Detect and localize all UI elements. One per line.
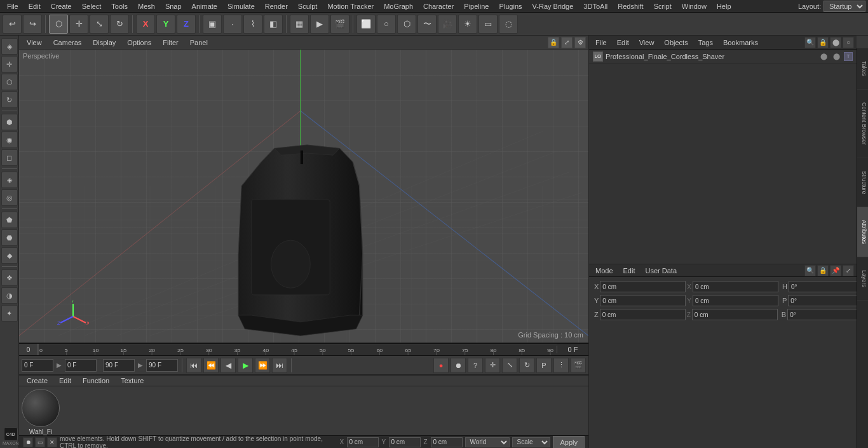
vp-settings-button[interactable]: ⚙ bbox=[574, 37, 586, 48]
om-objects-menu[interactable]: Objects bbox=[660, 37, 691, 48]
x-axis-button[interactable]: X bbox=[136, 15, 155, 34]
polygon-mode-button[interactable]: ◧ bbox=[264, 15, 283, 34]
cube-tool-button[interactable]: ⬜ bbox=[356, 15, 376, 34]
rpc-y-size-input[interactable] bbox=[693, 295, 778, 306]
ls-tool-1[interactable]: ◈ bbox=[1, 38, 18, 55]
y-coord-input[interactable] bbox=[389, 437, 421, 447]
object-row-shaver[interactable]: LO Professional_Finale_Cordless_Shaver ⬤… bbox=[589, 50, 857, 64]
mat-menu-edit[interactable]: Edit bbox=[54, 376, 76, 386]
ls-tool-3[interactable]: ⬡ bbox=[1, 74, 18, 90]
menu-file[interactable]: File bbox=[3, 1, 23, 11]
menu-redshift[interactable]: Redshift bbox=[613, 1, 648, 11]
camera-tool-button[interactable]: 🎥 bbox=[438, 15, 457, 34]
ls-tool-9[interactable]: ◎ bbox=[1, 189, 18, 206]
menu-render[interactable]: Render bbox=[261, 1, 292, 11]
menu-window[interactable]: Window bbox=[677, 1, 711, 11]
frame-start-input[interactable] bbox=[22, 359, 53, 372]
mat-menu-function[interactable]: Function bbox=[78, 376, 114, 386]
render-picture-button[interactable]: 🎬 bbox=[330, 15, 349, 34]
scale-tool-button[interactable]: ⤡ bbox=[90, 15, 109, 34]
vp-menu-panel[interactable]: Panel bbox=[185, 37, 213, 48]
layout-dropdown[interactable]: Startup bbox=[824, 1, 865, 12]
menu-motion-tracker[interactable]: Motion Tracker bbox=[323, 1, 378, 11]
ls-tool-14[interactable]: ◑ bbox=[1, 287, 18, 304]
mat-menu-create[interactable]: Create bbox=[22, 376, 53, 386]
ls-tool-15[interactable]: ✦ bbox=[1, 305, 18, 322]
status-icon-3[interactable]: ✕ bbox=[47, 437, 57, 447]
vp-menu-display[interactable]: Display bbox=[88, 37, 121, 48]
menu-simulate[interactable]: Simulate bbox=[223, 1, 259, 11]
om-edit-menu[interactable]: Edit bbox=[613, 37, 633, 48]
menu-plugins[interactable]: Plugins bbox=[494, 1, 526, 11]
om-bookmarks-menu[interactable]: Bookmarks bbox=[719, 37, 762, 48]
object-mode-button[interactable]: ▣ bbox=[203, 15, 222, 34]
rpc-b-rot-input[interactable] bbox=[787, 309, 857, 320]
step-back-button[interactable]: ⏪ bbox=[203, 358, 219, 373]
help-button[interactable]: ? bbox=[468, 358, 483, 373]
undo-button[interactable]: ↩ bbox=[3, 15, 22, 34]
vtab-takes[interactable]: Takes bbox=[857, 48, 868, 90]
sky-tool-button[interactable]: ◌ bbox=[499, 15, 518, 34]
om-search-button[interactable]: 🔍 bbox=[804, 37, 816, 48]
go-to-end-button[interactable]: ⏭ bbox=[272, 358, 287, 373]
ls-tool-11[interactable]: ⬣ bbox=[1, 229, 18, 246]
om-file-menu[interactable]: File bbox=[592, 37, 611, 48]
menu-sculpt[interactable]: Sculpt bbox=[294, 1, 322, 11]
obj-vis-editor[interactable]: ⬤ bbox=[831, 51, 841, 62]
menu-tools[interactable]: Tools bbox=[107, 1, 132, 11]
play-button[interactable]: ▶ bbox=[238, 358, 253, 373]
om-tags-menu[interactable]: Tags bbox=[695, 37, 717, 48]
vtab-layers[interactable]: Layers bbox=[857, 257, 868, 301]
select-tool-button[interactable]: ⬡ bbox=[49, 15, 68, 34]
rpc-p-rot-input[interactable] bbox=[788, 295, 857, 306]
frame-90-input[interactable] bbox=[146, 359, 178, 372]
cylinder-tool-button[interactable]: ⬡ bbox=[397, 15, 416, 34]
scale-dropdown[interactable]: Scale bbox=[512, 437, 550, 447]
menu-mograph[interactable]: MoGraph bbox=[379, 1, 417, 11]
ls-tool-5[interactable]: ⬢ bbox=[1, 114, 18, 130]
scale-key-button[interactable]: ⤡ bbox=[502, 358, 517, 373]
z-axis-button[interactable]: Z bbox=[177, 15, 196, 34]
point-key-button[interactable]: ⋮ bbox=[553, 358, 569, 373]
rpc-z-size-input[interactable] bbox=[692, 309, 778, 320]
x-coord-input[interactable] bbox=[347, 437, 379, 447]
ls-tool-6[interactable]: ◉ bbox=[1, 132, 18, 148]
go-to-start-button[interactable]: ⏮ bbox=[186, 358, 201, 373]
om-view-menu[interactable]: View bbox=[635, 37, 658, 48]
z-coord-input[interactable] bbox=[431, 437, 463, 447]
points-mode-button[interactable]: · bbox=[223, 15, 242, 34]
timeline-track[interactable]: 0 5 10 15 20 25 30 35 40 bbox=[38, 344, 557, 355]
edges-mode-button[interactable]: ⌇ bbox=[243, 15, 262, 34]
autokey-button[interactable]: ⏺ bbox=[451, 358, 466, 373]
vp-lock-button[interactable]: 🔒 bbox=[548, 37, 559, 48]
step-forward-button[interactable]: ⏩ bbox=[255, 358, 270, 373]
menu-snap[interactable]: Snap bbox=[161, 1, 186, 11]
rpc-x-size-input[interactable] bbox=[693, 281, 778, 292]
record-button[interactable]: ● bbox=[433, 358, 449, 373]
rpc-y-pos-input[interactable] bbox=[600, 295, 686, 306]
rotate-tool-button[interactable]: ↻ bbox=[110, 15, 129, 34]
sphere-tool-button[interactable]: ○ bbox=[377, 15, 396, 34]
am-userdata-menu[interactable]: User Data bbox=[642, 266, 681, 276]
rpc-h-rot-input[interactable] bbox=[789, 281, 857, 292]
menu-help[interactable]: Help bbox=[712, 1, 736, 11]
ls-tool-12[interactable]: ◆ bbox=[1, 247, 18, 264]
render-viewport-button[interactable]: ▶ bbox=[310, 15, 329, 34]
rpc-x-pos-input[interactable] bbox=[600, 281, 686, 292]
menu-mesh[interactable]: Mesh bbox=[133, 1, 159, 11]
y-axis-button[interactable]: Y bbox=[156, 15, 175, 34]
menu-pipeline[interactable]: Pipeline bbox=[459, 1, 493, 11]
vtab-content-browser[interactable]: Content Browser bbox=[857, 90, 868, 158]
ls-tool-8[interactable]: ◈ bbox=[1, 172, 18, 188]
rotate-key-button[interactable]: ↻ bbox=[519, 358, 534, 373]
param-key-button[interactable]: P bbox=[536, 358, 552, 373]
world-dropdown[interactable]: World Object bbox=[465, 437, 510, 447]
timeline[interactable]: 0 0 5 10 15 20 25 bbox=[19, 343, 588, 356]
ls-tool-2[interactable]: ✛ bbox=[1, 56, 18, 72]
frame-end-input[interactable] bbox=[103, 359, 135, 372]
play-back-button[interactable]: ◀ bbox=[220, 358, 236, 373]
attr-expand-button[interactable]: ⤢ bbox=[843, 265, 854, 276]
om-lock-button[interactable]: 🔒 bbox=[817, 37, 829, 48]
attr-search-button[interactable]: 🔍 bbox=[804, 265, 816, 276]
frame-button[interactable]: 🎬 bbox=[571, 358, 586, 373]
